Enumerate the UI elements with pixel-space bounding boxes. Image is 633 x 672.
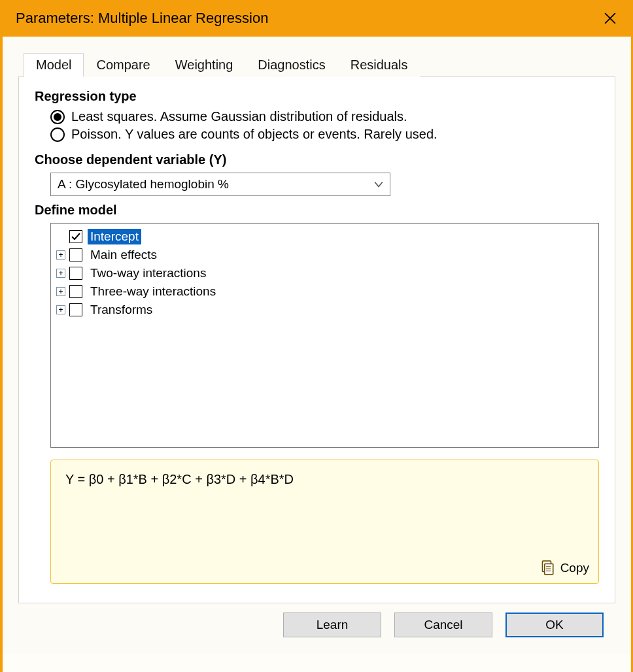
checkbox-unchecked-icon[interactable] xyxy=(69,285,82,298)
dialog-button-row: Learn Cancel OK xyxy=(18,603,615,647)
checkbox-unchecked-icon[interactable] xyxy=(69,248,82,261)
tree-node-intercept[interactable]: Intercept xyxy=(56,227,593,246)
dependent-variable-heading: Choose dependent variable (Y) xyxy=(35,152,599,167)
copy-button-label: Copy xyxy=(560,561,589,575)
checkbox-checked-icon[interactable] xyxy=(69,230,82,243)
model-tree[interactable]: Intercept + Main effects + Two-way inter… xyxy=(50,223,599,448)
tree-node-transforms[interactable]: + Transforms xyxy=(56,301,593,319)
copy-button[interactable]: Copy xyxy=(538,560,589,577)
dependent-variable-select[interactable]: A : Glycosylated hemoglobin % xyxy=(50,173,390,196)
tab-diagnostics[interactable]: Diagnostics xyxy=(245,53,337,77)
ok-button-label: OK xyxy=(545,618,563,632)
expand-icon[interactable]: + xyxy=(56,269,65,278)
tree-node-main-effects-label: Main effects xyxy=(88,247,160,263)
formula-text: Y = β0 + β1*B + β2*C + β3*D + β4*B*D xyxy=(61,472,588,487)
cancel-button-label: Cancel xyxy=(424,618,462,632)
radio-icon-selected xyxy=(50,110,65,124)
window-title: Parameters: Multiple Linear Regression xyxy=(16,10,268,27)
tab-bar: Model Compare Weighting Diagnostics Resi… xyxy=(18,52,615,76)
tab-model[interactable]: Model xyxy=(24,53,84,77)
radio-icon-unselected xyxy=(50,127,65,142)
tree-node-threeway-label: Three-way interactions xyxy=(88,284,218,299)
tree-node-twoway[interactable]: + Two-way interactions xyxy=(56,264,593,282)
titlebar: Parameters: Multiple Linear Regression xyxy=(3,0,631,37)
close-icon xyxy=(604,12,616,24)
expand-icon[interactable]: + xyxy=(56,305,65,314)
learn-button-label: Learn xyxy=(316,618,349,632)
copy-icon xyxy=(538,560,555,577)
client-area: Model Compare Weighting Diagnostics Resi… xyxy=(3,37,631,654)
expand-icon[interactable]: + xyxy=(56,287,65,296)
tab-weighting[interactable]: Weighting xyxy=(163,53,246,77)
tree-node-intercept-label: Intercept xyxy=(88,229,141,244)
tree-node-twoway-label: Two-way interactions xyxy=(88,265,209,281)
radio-least-squares-label: Least squares. Assume Gaussian distribut… xyxy=(71,109,407,124)
define-model-heading: Define model xyxy=(35,203,599,218)
learn-button[interactable]: Learn xyxy=(283,613,381,637)
formula-box: Y = β0 + β1*B + β2*C + β3*D + β4*B*D Cop… xyxy=(50,460,599,584)
radio-poisson[interactable]: Poisson. Y values are counts of objects … xyxy=(50,127,599,142)
tree-node-transforms-label: Transforms xyxy=(88,302,155,318)
tab-panel-model: Regression type Least squares. Assume Ga… xyxy=(18,76,615,603)
expand-icon[interactable]: + xyxy=(56,250,65,260)
radio-poisson-label: Poisson. Y values are counts of objects … xyxy=(71,127,437,142)
expander-blank-icon xyxy=(56,232,65,241)
tab-compare[interactable]: Compare xyxy=(84,53,162,77)
radio-least-squares[interactable]: Least squares. Assume Gaussian distribut… xyxy=(50,109,599,124)
cancel-button[interactable]: Cancel xyxy=(394,613,492,637)
tree-node-main-effects[interactable]: + Main effects xyxy=(56,246,593,264)
checkbox-unchecked-icon[interactable] xyxy=(69,267,82,280)
dependent-variable-selected: A : Glycosylated hemoglobin % xyxy=(58,177,229,192)
chevron-down-icon xyxy=(374,180,383,189)
close-button[interactable] xyxy=(597,5,623,31)
tab-residuals[interactable]: Residuals xyxy=(338,53,420,77)
ok-button[interactable]: OK xyxy=(505,613,604,637)
regression-type-heading: Regression type xyxy=(35,89,599,104)
checkbox-unchecked-icon[interactable] xyxy=(69,303,82,316)
tree-node-threeway[interactable]: + Three-way interactions xyxy=(56,282,593,301)
